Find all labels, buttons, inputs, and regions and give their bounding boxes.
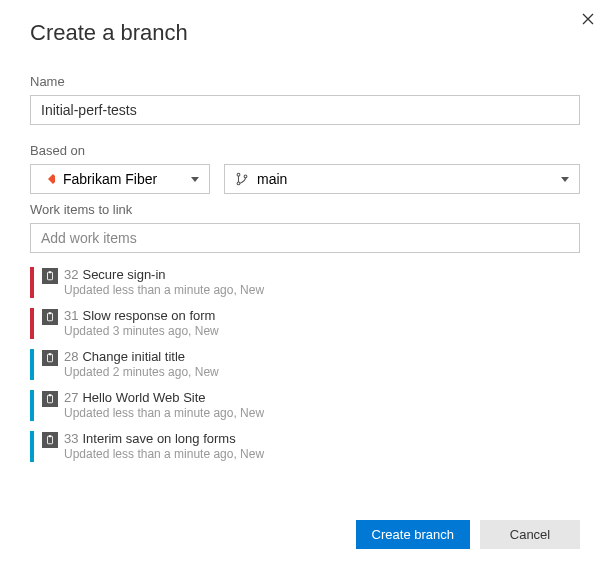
svg-rect-7	[49, 312, 52, 314]
work-item-id: 28	[64, 349, 78, 364]
svg-rect-10	[48, 395, 53, 403]
work-item-color-bar	[30, 390, 34, 421]
based-on-label: Based on	[30, 143, 580, 158]
branch-name-input[interactable]	[30, 95, 580, 125]
chevron-down-icon	[191, 177, 199, 182]
svg-rect-12	[48, 436, 53, 444]
svg-rect-11	[49, 394, 52, 396]
work-item-id: 31	[64, 308, 78, 323]
create-branch-dialog: Create a branch Name Based on Fabrikam F…	[0, 0, 610, 492]
svg-point-2	[237, 182, 240, 185]
svg-rect-4	[48, 272, 53, 280]
work-item-meta: Updated 3 minutes ago, New	[64, 324, 580, 339]
repo-selected-label: Fabrikam Fiber	[63, 171, 157, 187]
work-item-meta: Updated less than a minute ago, New	[64, 447, 580, 462]
work-items-list: 32Secure sign-inUpdated less than a minu…	[30, 267, 580, 462]
work-item-title: Slow response on form	[82, 308, 215, 323]
svg-point-1	[237, 173, 240, 176]
work-item-row[interactable]: 31Slow response on formUpdated 3 minutes…	[30, 308, 580, 339]
git-repo-icon	[41, 172, 55, 186]
work-item-row[interactable]: 28Change initial titleUpdated 2 minutes …	[30, 349, 580, 380]
svg-rect-6	[48, 313, 53, 321]
work-item-type-icon	[42, 350, 58, 366]
svg-rect-13	[49, 435, 52, 437]
work-item-title: Interim save on long forms	[82, 431, 235, 446]
work-item-title: Secure sign-in	[82, 267, 165, 282]
work-items-label: Work items to link	[30, 202, 580, 217]
work-item-type-icon	[42, 268, 58, 284]
svg-rect-9	[49, 353, 52, 355]
create-branch-button[interactable]: Create branch	[356, 520, 470, 549]
svg-rect-8	[48, 354, 53, 362]
work-item-type-icon	[42, 309, 58, 325]
work-item-type-icon	[42, 432, 58, 448]
base-branch-dropdown[interactable]: main	[224, 164, 580, 194]
chevron-down-icon	[561, 177, 569, 182]
work-item-color-bar	[30, 308, 34, 339]
svg-rect-5	[49, 271, 52, 273]
work-item-row[interactable]: 33Interim save on long formsUpdated less…	[30, 431, 580, 462]
work-item-color-bar	[30, 349, 34, 380]
cancel-button[interactable]: Cancel	[480, 520, 580, 549]
svg-rect-0	[48, 174, 55, 184]
work-item-row[interactable]: 27Hello World Web SiteUpdated less than …	[30, 390, 580, 421]
work-item-meta: Updated less than a minute ago, New	[64, 406, 580, 421]
repo-dropdown[interactable]: Fabrikam Fiber	[30, 164, 210, 194]
branch-icon	[235, 172, 249, 186]
work-item-title: Change initial title	[82, 349, 185, 364]
work-item-meta: Updated 2 minutes ago, New	[64, 365, 580, 380]
work-item-color-bar	[30, 267, 34, 298]
dialog-title: Create a branch	[30, 20, 580, 46]
work-item-meta: Updated less than a minute ago, New	[64, 283, 580, 298]
work-items-input[interactable]	[30, 223, 580, 253]
close-icon[interactable]	[582, 12, 594, 28]
work-item-id: 32	[64, 267, 78, 282]
work-item-id: 33	[64, 431, 78, 446]
work-item-id: 27	[64, 390, 78, 405]
work-item-title: Hello World Web Site	[82, 390, 205, 405]
dialog-footer: Create branch Cancel	[356, 520, 580, 549]
work-item-row[interactable]: 32Secure sign-inUpdated less than a minu…	[30, 267, 580, 298]
work-item-type-icon	[42, 391, 58, 407]
work-item-color-bar	[30, 431, 34, 462]
svg-point-3	[244, 175, 247, 178]
name-label: Name	[30, 74, 580, 89]
branch-selected-label: main	[257, 171, 287, 187]
